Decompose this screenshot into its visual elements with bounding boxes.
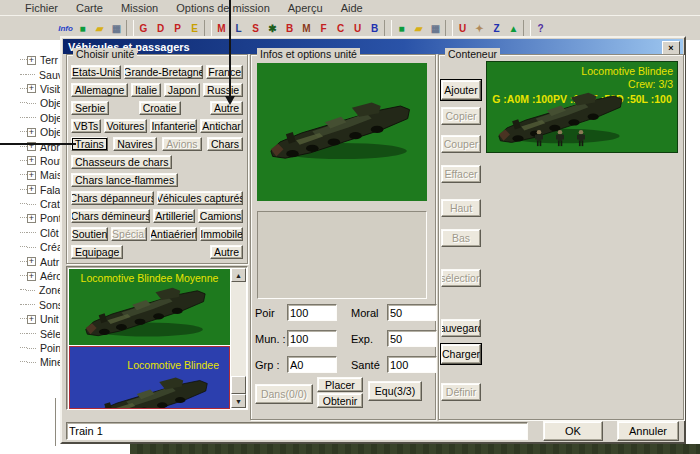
tool-icon-s[interactable]: S: [247, 20, 264, 36]
hand-icon[interactable]: ✦: [471, 20, 488, 36]
type-trains-button[interactable]: Trains: [71, 137, 108, 151]
country-serbie-button[interactable]: Serbie: [71, 101, 109, 115]
expander-icon[interactable]: [27, 232, 36, 233]
save2-icon[interactable]: ▦: [427, 20, 444, 36]
menu-options-de-mission[interactable]: Options de mission: [167, 2, 279, 14]
expander-icon[interactable]: +: [27, 257, 36, 266]
save-icon[interactable]: ▦: [108, 20, 125, 36]
country-italie-button[interactable]: Italie: [131, 83, 161, 97]
list-scrollbar[interactable]: ▲ ▼: [231, 268, 246, 408]
ok-button[interactable]: OK: [543, 421, 603, 441]
menu-apercu[interactable]: Aperçu: [279, 2, 332, 14]
type-camions-button[interactable]: Camions: [198, 209, 243, 223]
expander-icon[interactable]: +: [27, 315, 36, 324]
charger-button[interactable]: Charger: [441, 344, 481, 364]
expander-icon[interactable]: +: [27, 84, 36, 93]
close-icon[interactable]: ×: [662, 41, 680, 55]
exp-field[interactable]: [387, 330, 437, 347]
type-immobile-button[interactable]: Immobile: [200, 227, 243, 241]
type-voitures-button[interactable]: Voitures: [104, 119, 146, 133]
obtenir-button[interactable]: Obtenir: [317, 393, 363, 408]
menu-mission[interactable]: Mission: [112, 2, 167, 14]
scroll-up-icon[interactable]: ▲: [231, 268, 246, 282]
tool-icon-g[interactable]: G: [135, 20, 152, 36]
tool-icon-b[interactable]: B: [281, 20, 298, 36]
expander-icon[interactable]: [27, 247, 36, 248]
tree-item[interactable]: + Autr: [0, 254, 63, 268]
expander-icon[interactable]: [27, 103, 36, 104]
menu-aide[interactable]: Aide: [332, 2, 372, 14]
type-antichar-button[interactable]: Antichar: [200, 119, 243, 133]
bug-icon[interactable]: ✱: [264, 20, 281, 36]
help-icon[interactable]: ?: [532, 20, 549, 36]
type-antiaerien-button[interactable]: Antiaérien: [150, 227, 197, 241]
type-chars-lance-flammes-button[interactable]: Chars lance-flammes: [71, 173, 178, 187]
country-etats-unis-button[interactable]: Etats-Unis: [71, 65, 121, 79]
scroll-thumb[interactable]: [231, 376, 246, 394]
tree-item[interactable]: + Arbr: [0, 139, 63, 153]
expander-icon[interactable]: [26, 304, 35, 305]
expander-icon[interactable]: [27, 333, 36, 334]
container-unit-panel[interactable]: Locomotive Blindee Crew: 3/3 G :A0M :100…: [486, 61, 678, 153]
type-vbts-button[interactable]: VBTs: [71, 119, 101, 133]
tree-item[interactable]: Zone: [0, 283, 63, 297]
sauvegarder-button[interactable]: Sauvegarde: [441, 319, 481, 337]
tree-item[interactable]: + Unit: [0, 312, 63, 326]
unit-list-item[interactable]: Locomotive Blindee Moyenne: [69, 269, 230, 345]
country-croatie-button[interactable]: Croatie: [139, 101, 181, 115]
type-equipage-button[interactable]: Equipage: [71, 245, 123, 259]
expander-icon[interactable]: [27, 117, 36, 118]
open2-icon[interactable]: ▰: [410, 20, 427, 36]
tree-item[interactable]: Crat: [0, 197, 63, 211]
expander-icon[interactable]: +: [27, 171, 36, 180]
type-artillerie-button[interactable]: Artillerie: [153, 209, 195, 223]
sante-field[interactable]: [387, 356, 437, 373]
type-chars-demineurs-button[interactable]: Chars démineurs: [71, 209, 150, 223]
country-japon-button[interactable]: Japon: [164, 83, 200, 97]
poir-field[interactable]: [287, 304, 337, 321]
menu-fichier[interactable]: Fichier: [16, 2, 67, 14]
expander-icon[interactable]: +: [27, 128, 36, 137]
tool-icon-l[interactable]: L: [230, 20, 247, 36]
tool-icon-b2[interactable]: B: [366, 20, 383, 36]
country-france-button[interactable]: France: [206, 65, 243, 79]
grp-field[interactable]: [287, 356, 337, 373]
tool-icon-e[interactable]: E: [186, 20, 203, 36]
tree-item[interactable]: Séle: [0, 326, 63, 340]
tree-item[interactable]: + Rout: [0, 154, 63, 168]
tree-item[interactable]: + Mais: [0, 168, 63, 182]
country-allemagne-button[interactable]: Allemagne: [71, 83, 128, 97]
tree-item[interactable]: Mine: [0, 355, 63, 369]
tree-item[interactable]: Clôt: [0, 226, 63, 240]
zoom-icon[interactable]: ▲: [505, 20, 522, 36]
type-chars-depanneurs-button[interactable]: Chars dépanneurs: [71, 191, 154, 205]
tree-item[interactable]: + Obje: [0, 125, 63, 139]
tree-item[interactable]: Sons: [0, 298, 63, 312]
tool-icon-u2[interactable]: U: [454, 20, 471, 36]
expander-icon[interactable]: +: [27, 56, 36, 65]
equ-button[interactable]: Equ(3/3): [368, 381, 422, 401]
expander-icon[interactable]: +: [27, 156, 36, 165]
ajouter-button[interactable]: Ajouter: [441, 80, 481, 100]
expander-icon[interactable]: [27, 362, 36, 363]
type-vehicules-captures-button[interactable]: Véhicules capturés: [157, 191, 243, 205]
type-soutien-button[interactable]: Soutien: [71, 227, 108, 241]
stop-icon[interactable]: ■: [393, 20, 410, 36]
tool-icon-u[interactable]: U: [349, 20, 366, 36]
info-icon[interactable]: Info: [57, 20, 74, 36]
open-icon[interactable]: ▰: [91, 20, 108, 36]
placer-button[interactable]: Placer: [317, 377, 363, 392]
type-navires-button[interactable]: Navires: [113, 137, 157, 151]
expander-icon[interactable]: +: [27, 185, 36, 194]
scroll-down-icon[interactable]: ▼: [231, 394, 246, 408]
record-icon[interactable]: ■: [74, 20, 91, 36]
tool-icon-ma[interactable]: M: [298, 20, 315, 36]
country-russie-button[interactable]: Russie: [203, 83, 243, 97]
mun-field[interactable]: [287, 330, 337, 347]
expander-icon[interactable]: +: [27, 272, 36, 281]
tree-item[interactable]: + Terr: [0, 53, 63, 67]
expander-icon[interactable]: [26, 290, 35, 291]
tree-item[interactable]: Sauv: [0, 67, 63, 81]
moral-field[interactable]: [387, 304, 437, 321]
type-chars-button[interactable]: Chars: [207, 137, 243, 151]
